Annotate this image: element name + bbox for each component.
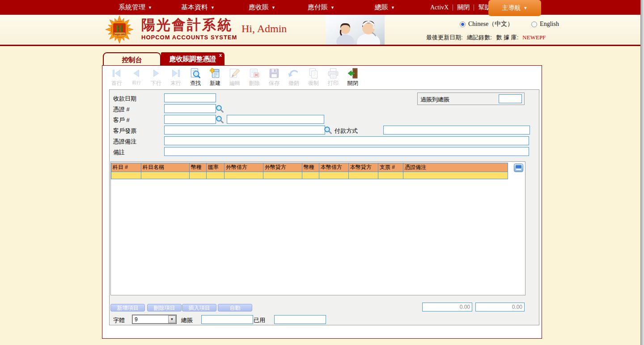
- debit-total-field[interactable]: [422, 303, 472, 311]
- col-account-name[interactable]: 科目名稱: [141, 163, 190, 172]
- font-label: 字體: [113, 316, 125, 324]
- grid-maximize-icon[interactable]: [514, 164, 523, 172]
- menu-system-admin[interactable]: 系統管理▼: [119, 3, 152, 12]
- payment-method-input[interactable]: [383, 126, 530, 135]
- voucher-remark-input[interactable]: [164, 136, 529, 145]
- undo-button: 撤銷: [284, 67, 304, 88]
- add-item-button[interactable]: 新增項目: [110, 304, 145, 311]
- voucher-lookup-icon[interactable]: [216, 105, 224, 113]
- remark-label: 備註: [113, 148, 125, 156]
- last-row-button: 末行: [166, 67, 186, 88]
- new-icon: [209, 67, 221, 79]
- receipt-date-input[interactable]: [164, 93, 216, 102]
- menu-accounts-payable[interactable]: 應付賬▼: [308, 3, 335, 12]
- invoice-lookup-icon[interactable]: [324, 126, 332, 135]
- vertical-scrollbar[interactable]: [640, 0, 644, 345]
- first-row-button: 首行: [107, 67, 127, 88]
- voucher-no-label: 憑證 #: [113, 105, 130, 114]
- voucher-remark-label: 憑證備注: [113, 138, 136, 146]
- brand-block: 陽光會計系統 HOPCOM ACCOUNTS SYSTEM: [141, 17, 237, 41]
- activx-link[interactable]: ActivX: [426, 4, 453, 11]
- next-row-button: 下行: [146, 67, 166, 88]
- chevron-down-icon: ▼: [391, 5, 395, 10]
- remark-input[interactable]: [164, 147, 529, 156]
- col-voucher-remark[interactable]: 憑證備注: [403, 163, 508, 172]
- hopcom-logo: H hopcom: [103, 16, 136, 43]
- close-door-icon: [347, 67, 359, 79]
- font-size-value: 9: [135, 316, 138, 323]
- copy-button: 復制: [304, 67, 323, 88]
- used-input[interactable]: [274, 315, 326, 324]
- radio-english[interactable]: [531, 21, 537, 27]
- new-button[interactable]: 新建: [205, 67, 225, 88]
- menu-accounts-receivable[interactable]: 應收賬▼: [249, 3, 275, 12]
- col-local-currency[interactable]: 幣種: [302, 163, 319, 172]
- main-nav-button[interactable]: 主導航▼: [488, 0, 541, 16]
- line-items-table: 科目 # 科目名稱 幣種 匯率 外幣借方 外幣貸方 幣種 本幣借方 本幣貸方 支…: [111, 163, 508, 179]
- chevron-down-icon: ▼: [524, 6, 528, 10]
- menu-general-ledger[interactable]: 總賬▼: [375, 3, 395, 12]
- select-dropdown-icon[interactable]: ▼: [168, 316, 176, 323]
- radio-chinese-label: Chinese（中文）: [468, 20, 513, 28]
- customer-invoice-input[interactable]: [164, 126, 325, 135]
- previous-row-button: 前行: [127, 67, 146, 88]
- customer-no-input[interactable]: [164, 115, 216, 124]
- col-local-debit[interactable]: 本幣借方: [319, 163, 349, 172]
- customer-name-input[interactable]: [227, 115, 324, 124]
- insert-item-button[interactable]: 插入項目: [182, 304, 216, 311]
- toolbar: 首行 前行 下行 末行 查找: [107, 67, 363, 88]
- voucher-no-input[interactable]: [164, 104, 216, 113]
- tab-close-icon[interactable]: x: [219, 53, 222, 58]
- receipt-date-label: 收款日期: [113, 95, 136, 103]
- customer-invoice-label: 客戶發票: [113, 127, 136, 135]
- post-to-gl-input[interactable]: [499, 94, 522, 103]
- save-button: 保存: [264, 67, 284, 88]
- svg-text:hopcom: hopcom: [114, 33, 125, 36]
- greeting-text: Hi, Admin: [242, 23, 287, 35]
- col-currency[interactable]: 幣種: [190, 163, 207, 172]
- chevron-down-icon: ▼: [330, 5, 335, 10]
- print-icon: [327, 67, 339, 79]
- line-items-grid[interactable]: 科目 # 科目名稱 幣種 匯率 外幣借方 外幣貸方 幣種 本幣借方 本幣貸方 支…: [110, 161, 525, 295]
- status-line: 最後更新日期: 總記錄數: 數 據 庫:NEWEPF: [426, 34, 548, 42]
- chevron-down-icon: ▼: [211, 5, 215, 10]
- copy-icon: [308, 67, 319, 79]
- chevron-down-icon: ▼: [148, 5, 152, 10]
- customer-service-photo: [326, 15, 385, 45]
- language-switcher: Chinese（中文） English: [460, 20, 559, 28]
- print-button: 打印: [323, 67, 343, 88]
- menu-basic-data[interactable]: 基本資料▼: [181, 3, 215, 12]
- grid-empty-row[interactable]: [111, 172, 508, 179]
- col-exchange-rate[interactable]: 匯率: [207, 163, 225, 172]
- next-row-icon: [150, 67, 162, 79]
- font-size-select[interactable]: 9 ▼: [132, 315, 177, 324]
- col-account-no[interactable]: 科目 #: [111, 163, 141, 172]
- chevron-down-icon: ▼: [271, 5, 275, 10]
- col-foreign-credit[interactable]: 外幣貸方: [263, 163, 302, 172]
- col-local-credit[interactable]: 本幣貸方: [349, 163, 378, 172]
- col-foreign-debit[interactable]: 外幣借方: [225, 163, 263, 172]
- database-value: NEWEPF: [522, 34, 546, 41]
- customer-lookup-icon[interactable]: [216, 115, 224, 124]
- customer-no-label: 客戶 #: [113, 116, 130, 124]
- find-button[interactable]: 查找: [186, 67, 205, 88]
- tab-console[interactable]: 控制台: [103, 52, 161, 65]
- gl-input[interactable]: [201, 315, 253, 324]
- radio-chinese[interactable]: [460, 21, 466, 27]
- app-header: H hopcom 陽光會計系統 HOPCOM ACCOUNTS SYSTEM H…: [0, 15, 640, 46]
- credit-total-field[interactable]: [475, 303, 525, 311]
- auto-button[interactable]: 自動: [218, 304, 252, 311]
- previous-row-icon: [131, 67, 142, 79]
- used-label: 已用: [254, 316, 265, 324]
- tab-ar-adjustment-voucher[interactable]: 應收賬調整憑證 x: [161, 52, 225, 65]
- close-button[interactable]: 關閉: [343, 67, 363, 88]
- last-row-icon: [170, 67, 182, 79]
- post-to-gl-label: 過賬到總賬: [420, 96, 449, 104]
- gl-label: 總賬: [181, 316, 193, 324]
- delete-item-button[interactable]: 刪除項目: [147, 304, 182, 311]
- grid-header-row: 科目 # 科目名稱 幣種 匯率 外幣借方 外幣貸方 幣種 本幣借方 本幣貸方 支…: [111, 163, 508, 172]
- edit-icon: [229, 67, 241, 79]
- col-cheque-no[interactable]: 支票 #: [378, 163, 403, 172]
- voucher-form-area: 收款日期 過賬到總賬 憑證 # 客戶 # 客戶發票 付款方式 憑證備注 備註: [109, 89, 539, 325]
- close-link[interactable]: 關閉: [453, 4, 474, 12]
